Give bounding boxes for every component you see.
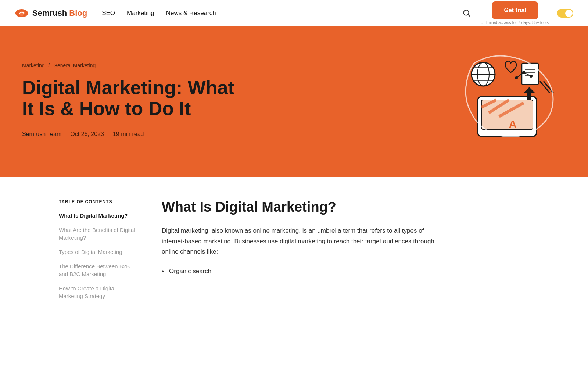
breadcrumb-leaf[interactable]: General Marketing — [53, 62, 96, 68]
toc-title: TABLE OF CONTENTS — [59, 199, 140, 204]
article-section-heading: What Is Digital Marketing? — [162, 199, 441, 215]
toc-link-5[interactable]: How to Create a Digital Marketing Strate… — [59, 284, 140, 300]
article-list: Organic search — [162, 266, 441, 277]
hero-date: Oct 26, 2023 — [70, 131, 104, 137]
hero-illustration: A — [441, 41, 566, 159]
toc-item-1[interactable]: What Is Digital Marketing? — [59, 212, 140, 219]
nav-news-research[interactable]: News & Research — [166, 10, 216, 17]
toggle-knob — [565, 10, 573, 17]
svg-text:A: A — [509, 118, 516, 130]
main-content: TABLE OF CONTENTS What Is Digital Market… — [37, 177, 551, 322]
get-trial-wrapper: Get trial Unlimited access for 7 days. 5… — [480, 1, 550, 24]
svg-rect-16 — [522, 63, 538, 85]
hero-author: Semrush Team — [22, 131, 61, 137]
breadcrumb: Marketing / General Marketing — [22, 62, 243, 68]
toc-link-3[interactable]: Types of Digital Marketing — [59, 248, 140, 256]
toc-link-4[interactable]: The Difference Between B2B and B2C Marke… — [59, 262, 140, 278]
get-trial-button[interactable]: Get trial — [492, 1, 538, 19]
search-button[interactable] — [460, 7, 473, 19]
breadcrumb-separator: / — [48, 62, 50, 68]
hero-meta: Semrush Team Oct 26, 2023 19 min read — [22, 131, 243, 137]
breadcrumb-root[interactable]: Marketing — [22, 62, 44, 68]
toc-item-4[interactable]: The Difference Between B2B and B2C Marke… — [59, 262, 140, 278]
toc-list: What Is Digital Marketing? What Are the … — [59, 212, 140, 300]
hero-read-time: 19 min read — [113, 131, 144, 137]
nav-marketing[interactable]: Marketing — [127, 10, 154, 17]
header-right: Get trial Unlimited access for 7 days. 5… — [460, 1, 573, 24]
svg-line-3 — [468, 14, 470, 17]
hero-illustration-svg: A — [445, 45, 562, 155]
hero-content: Marketing / General Marketing Digital Ma… — [22, 62, 243, 137]
nav-seo[interactable]: SEO — [102, 10, 115, 17]
site-header: Semrush Blog SEO Marketing News & Resear… — [0, 0, 588, 26]
semrush-logo-icon — [15, 8, 29, 18]
logo-link[interactable]: Semrush Blog — [15, 8, 87, 18]
table-of-contents: TABLE OF CONTENTS What Is Digital Market… — [59, 199, 140, 300]
hero-banner: Marketing / General Marketing Digital Ma… — [0, 26, 588, 177]
header-left: Semrush Blog SEO Marketing News & Resear… — [15, 8, 216, 18]
toc-link-1[interactable]: What Is Digital Marketing? — [59, 212, 140, 219]
hero-title: Digital Marketing: What It Is & How to D… — [22, 77, 243, 119]
get-trial-subtitle: Unlimited access for 7 days. 55+ tools. — [480, 20, 550, 25]
toc-item-3[interactable]: Types of Digital Marketing — [59, 248, 140, 256]
toc-item-2[interactable]: What Are the Benefits of Digital Marketi… — [59, 226, 140, 241]
list-item: Organic search — [162, 266, 441, 277]
logo-text: Semrush Blog — [32, 8, 87, 18]
main-nav: SEO Marketing News & Research — [102, 10, 216, 17]
svg-point-1 — [22, 12, 24, 14]
toc-link-2[interactable]: What Are the Benefits of Digital Marketi… — [59, 226, 140, 241]
theme-toggle[interactable] — [557, 9, 573, 18]
search-icon — [463, 9, 471, 17]
article-content: What Is Digital Marketing? Digital marke… — [162, 199, 441, 300]
toc-item-5[interactable]: How to Create a Digital Marketing Strate… — [59, 284, 140, 300]
article-intro-text: Digital marketing, also known as online … — [162, 226, 441, 258]
